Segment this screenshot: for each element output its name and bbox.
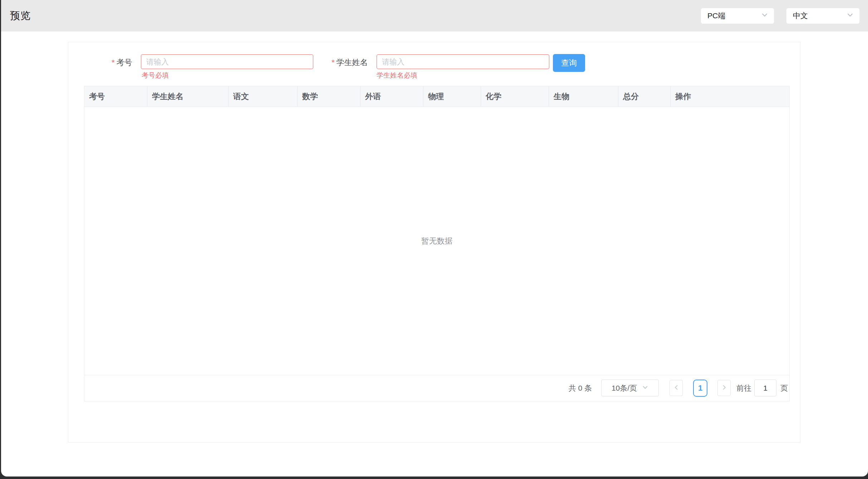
page-size-value: 10条/页 — [612, 383, 637, 393]
exam-number-error: 考号必填 — [142, 71, 169, 80]
column-header-total-score: 总分 — [618, 86, 671, 107]
table-body: 暂无数据 — [84, 107, 789, 375]
column-header-foreign-language: 外语 — [361, 86, 423, 107]
column-header-student-name: 学生姓名 — [147, 86, 229, 107]
chevron-down-icon — [761, 11, 768, 20]
column-header-physics: 物理 — [423, 86, 481, 107]
student-name-label: *学生姓名 — [332, 57, 368, 68]
goto-page-suffix: 页 — [780, 383, 788, 393]
exam-number-input[interactable] — [141, 54, 313, 69]
previous-page-button[interactable] — [670, 380, 683, 396]
chevron-down-icon — [847, 11, 854, 20]
language-select[interactable]: 中文 — [786, 8, 860, 24]
exam-number-label: *考号 — [112, 57, 132, 68]
column-header-math: 数学 — [298, 86, 361, 107]
goto-page-input[interactable] — [754, 380, 776, 396]
required-asterisk: * — [332, 58, 335, 67]
device-select[interactable]: PC端 — [701, 8, 774, 24]
chevron-right-icon — [721, 384, 727, 392]
page-title: 预览 — [10, 9, 31, 23]
language-select-value: 中文 — [793, 11, 808, 21]
empty-state-text: 暂无数据 — [84, 236, 789, 246]
column-header-chinese: 语文 — [229, 86, 298, 107]
preview-card: *考号 考号必填 *学生姓名 学生姓名必填 查询 考号 学生姓名 语文 数学 外… — [68, 42, 800, 443]
chevron-down-icon — [642, 384, 648, 392]
column-header-chemistry: 化学 — [481, 86, 549, 107]
column-header-actions: 操作 — [671, 86, 789, 107]
student-name-input[interactable] — [377, 54, 549, 69]
column-header-biology: 生物 — [549, 86, 618, 107]
page-size-select[interactable]: 10条/页 — [601, 380, 659, 396]
student-name-error: 学生姓名必填 — [377, 71, 417, 80]
chevron-left-icon — [673, 384, 680, 392]
pagination-bar: 共 0 条 10条/页 1 — [84, 375, 789, 401]
table-header-row: 考号 学生姓名 语文 数学 外语 物理 化学 生物 总分 操作 — [84, 86, 789, 107]
goto-page-label: 前往 — [736, 383, 751, 393]
total-count-text: 共 0 条 — [569, 383, 592, 393]
column-header-exam-number: 考号 — [84, 86, 147, 107]
next-page-button[interactable] — [717, 380, 731, 396]
top-bar: 预览 PC端 中文 — [1, 0, 868, 31]
current-page-button[interactable]: 1 — [693, 380, 707, 397]
search-button[interactable]: 查询 — [553, 54, 585, 72]
app-window: 预览 PC端 中文 *考号 考号必填 *学生姓名 学生姓名必填 查询 — [1, 0, 868, 476]
required-asterisk: * — [112, 58, 115, 67]
device-select-value: PC端 — [707, 11, 725, 21]
results-table: 考号 学生姓名 语文 数学 外语 物理 化学 生物 总分 操作 暂无数据 共 0… — [84, 86, 790, 401]
